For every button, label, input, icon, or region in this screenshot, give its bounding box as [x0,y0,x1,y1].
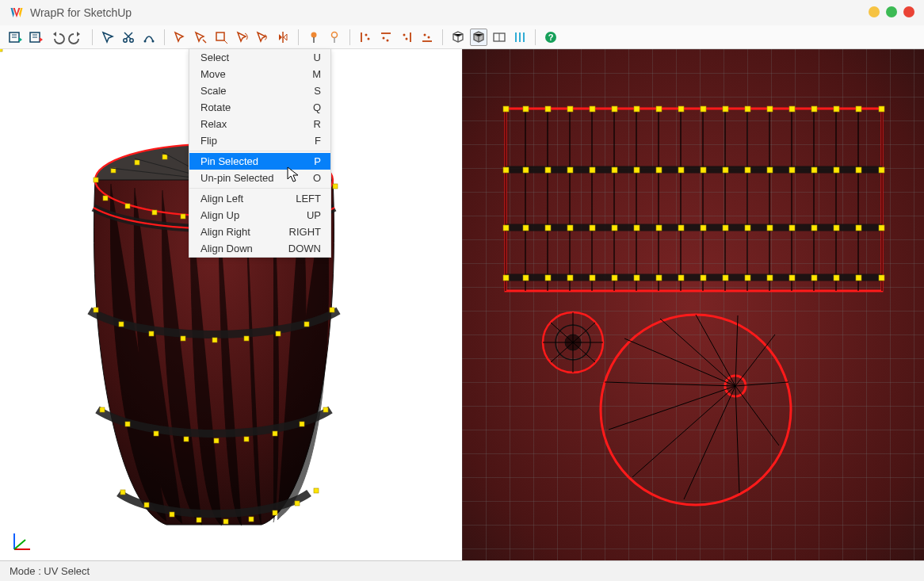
svg-rect-25 [0,49,2,52]
undo-button[interactable] [48,29,65,46]
status-mode-label: Mode : UV Select [10,565,90,577]
svg-rect-132 [612,167,617,173]
uv-rotate-button[interactable] [233,29,250,46]
svg-rect-39 [152,210,157,215]
menu-item-shortcut: LEFT [296,193,321,204]
align-right-button[interactable] [398,29,415,46]
svg-rect-50 [212,338,217,342]
menu-item-un-pin-selected[interactable]: Un-pin SelectedO [189,170,330,189]
view-checker-button[interactable] [511,29,529,46]
uv-select-button[interactable] [171,29,189,46]
svg-rect-66 [170,512,174,517]
svg-rect-128 [523,167,529,173]
unpin-button[interactable] [326,29,343,46]
app-title: WrapR for SketchUp [30,6,132,19]
cut-tool-button[interactable] [120,29,137,46]
align-left-button[interactable] [357,29,374,46]
svg-rect-169 [634,275,640,281]
svg-point-17 [406,37,408,40]
uv-flip-button[interactable] [274,29,292,46]
toolbar-separator [298,29,299,45]
menu-item-align-right[interactable]: Align RightRIGHT [189,224,330,240]
menu-item-shortcut: M [312,68,321,80]
view-3d-button[interactable] [449,29,467,46]
svg-rect-69 [249,517,254,522]
svg-rect-143 [856,167,861,173]
svg-rect-60 [244,437,249,441]
menu-item-pin-selected[interactable]: Pin SelectedP [189,153,330,170]
svg-rect-38 [125,204,130,208]
svg-rect-118 [701,106,706,112]
svg-rect-141 [811,167,817,173]
menu-item-label: Align Down [200,243,253,254]
save-file-button[interactable] [27,29,44,46]
svg-point-12 [365,33,368,36]
statusbar: Mode : UV Select [0,560,924,581]
open-file-button[interactable] [6,29,24,46]
svg-rect-110 [523,106,529,112]
svg-rect-57 [154,431,158,436]
uv-move-button[interactable] [192,29,209,46]
svg-rect-114 [612,106,617,112]
pin-button[interactable] [305,29,323,46]
svg-rect-86 [462,49,924,560]
svg-rect-126 [879,106,884,112]
menu-item-label: Scale [200,85,227,97]
help-button[interactable]: ? [542,29,559,46]
view-uv-button[interactable] [470,29,487,46]
svg-rect-174 [745,275,750,281]
redo-button[interactable] [68,29,86,46]
window-maximize-dot[interactable] [886,6,897,17]
menu-item-shortcut: S [314,85,321,97]
menu-item-align-up[interactable]: Align UpUP [189,207,330,224]
menu-item-move[interactable]: MoveM [189,66,330,82]
window-minimize-dot[interactable] [869,6,880,17]
select-tool-button[interactable] [99,29,116,46]
mark-seam-button[interactable] [140,29,158,46]
uv-scale-button[interactable] [212,29,230,46]
view-split-button[interactable] [491,29,508,46]
uv-relax-button[interactable] [254,29,271,46]
viewport-uv[interactable] [462,49,924,560]
svg-rect-56 [125,422,130,426]
svg-rect-134 [656,167,662,173]
menu-item-align-down[interactable]: Align DownDOWN [189,240,330,257]
window-close-dot[interactable] [903,6,914,17]
svg-rect-48 [149,331,154,336]
align-up-button[interactable] [377,29,395,46]
menu-item-relax[interactable]: RelaxR [189,116,330,132]
svg-rect-170 [656,275,662,281]
svg-rect-146 [523,225,529,231]
toolbar-separator [349,29,350,45]
svg-point-8 [152,40,155,42]
svg-rect-153 [678,225,684,231]
svg-rect-154 [701,225,706,231]
titlebar: WrapR for SketchUp [0,0,924,25]
svg-rect-26 [94,178,98,182]
svg-rect-29 [162,155,167,159]
svg-rect-164 [523,275,529,281]
align-down-button[interactable] [418,29,436,46]
svg-rect-175 [767,275,773,281]
svg-rect-130 [567,167,573,173]
menu-item-shortcut: F [315,135,321,147]
svg-rect-160 [834,225,839,231]
svg-rect-165 [545,275,551,281]
menu-item-flip[interactable]: FlipF [189,132,330,151]
svg-text:?: ? [548,32,554,42]
svg-rect-133 [634,167,640,173]
svg-rect-144 [879,167,884,173]
menu-item-label: Rotate [200,101,231,113]
menu-item-rotate[interactable]: RotateQ [189,99,330,116]
menu-item-align-left[interactable]: Align LeftLEFT [189,190,330,207]
menu-item-scale[interactable]: ScaleS [189,82,330,99]
svg-rect-157 [767,225,773,231]
svg-rect-162 [879,225,884,231]
axis-gizmo-icon [10,529,35,554]
menu-item-select[interactable]: SelectU [189,49,330,66]
svg-rect-72 [314,488,319,493]
svg-rect-115 [634,106,640,112]
svg-rect-131 [590,167,595,173]
menu-item-shortcut: R [314,118,321,130]
workspace [0,49,924,560]
